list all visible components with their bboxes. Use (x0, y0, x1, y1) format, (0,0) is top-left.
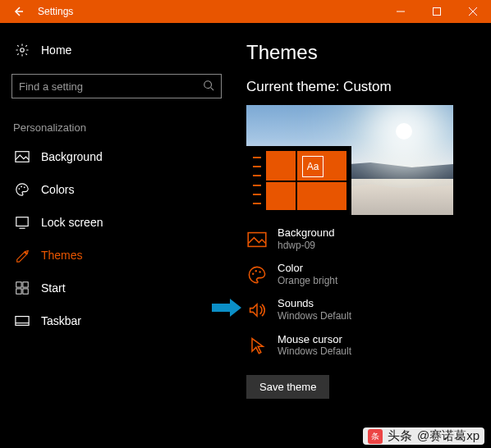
cursor-icon (246, 335, 268, 356)
sidebar-item-colors[interactable]: Colors (11, 173, 222, 206)
svg-point-10 (21, 186, 22, 188)
pointer-arrow-icon (212, 299, 241, 317)
sidebar-item-label: Start (41, 281, 66, 295)
sidebar-home[interactable]: Home (11, 36, 222, 64)
setting-title: Mouse cursor (278, 333, 351, 346)
svg-point-23 (259, 271, 260, 272)
picture-icon (15, 149, 30, 164)
setting-title: Color (278, 262, 337, 275)
back-button[interactable] (0, 0, 36, 23)
svg-rect-15 (23, 282, 28, 287)
sidebar-item-lockscreen[interactable]: Lock screen (11, 206, 222, 239)
palette-icon (246, 264, 268, 286)
svg-line-7 (211, 87, 214, 90)
sidebar-item-label: Themes (41, 249, 83, 262)
setting-title: Sounds (278, 297, 351, 310)
svg-point-5 (21, 48, 25, 53)
taskbar-icon (15, 313, 30, 328)
setting-value: Orange bright (278, 275, 337, 288)
theme-setting-background[interactable]: Background hdwp-09 (246, 226, 483, 252)
sidebar-home-label: Home (41, 43, 71, 57)
sidebar-item-label: Colors (41, 183, 74, 196)
svg-rect-16 (16, 289, 21, 294)
svg-rect-14 (16, 282, 21, 287)
sidebar-item-label: Taskbar (41, 314, 81, 327)
svg-rect-8 (16, 152, 29, 162)
current-theme-label: Current theme: Custom (246, 79, 483, 95)
save-theme-button[interactable]: Save theme (246, 375, 329, 399)
watermark-logo: 条 (368, 429, 383, 444)
search-icon (203, 80, 214, 94)
setting-value: Windows Default (278, 345, 351, 359)
sidebar-item-start[interactable]: Start (11, 272, 222, 304)
theme-setting-color[interactable]: Color Orange bright (246, 262, 483, 287)
window-title: Settings (38, 6, 383, 17)
svg-rect-2 (434, 8, 441, 16)
lockscreen-icon (15, 215, 30, 230)
minimize-button[interactable] (383, 0, 419, 23)
palette-icon (15, 182, 30, 197)
sound-icon (246, 299, 268, 321)
sidebar-item-background[interactable]: Background (11, 140, 222, 173)
watermark-author: @赛诺葛xp (417, 428, 480, 444)
svg-point-21 (252, 272, 254, 274)
svg-point-9 (19, 188, 21, 190)
search-input[interactable]: Find a setting (11, 74, 222, 98)
theme-preview[interactable]: Aa (246, 105, 453, 215)
sidebar-item-label: Lock screen (41, 216, 103, 229)
sidebar-item-label: Background (41, 150, 103, 163)
svg-rect-17 (23, 289, 28, 294)
titlebar: Settings (0, 0, 491, 23)
sidebar-category: Personalization (11, 121, 222, 134)
sidebar: Home Find a setting Personalization Back… (0, 23, 230, 448)
svg-point-6 (204, 80, 212, 88)
preview-sample-text: Aa (302, 156, 324, 177)
theme-setting-sounds[interactable]: Sounds Windows Default (246, 297, 483, 322)
watermark: 条 头条 @赛诺葛xp (363, 427, 484, 445)
gear-icon (15, 43, 30, 57)
picture-icon (246, 229, 268, 250)
setting-value: Windows Default (278, 310, 351, 323)
svg-rect-18 (16, 317, 29, 326)
setting-title: Background (278, 226, 334, 240)
setting-value: hdwp-09 (278, 240, 334, 253)
svg-rect-20 (248, 232, 266, 246)
page-title: Themes (246, 41, 483, 64)
sidebar-item-themes[interactable]: Themes (11, 239, 222, 272)
search-placeholder: Find a setting (19, 80, 203, 93)
theme-setting-cursor[interactable]: Mouse cursor Windows Default (246, 333, 483, 359)
watermark-brand: 头条 (388, 428, 412, 444)
maximize-button[interactable] (419, 0, 455, 23)
svg-rect-12 (16, 217, 28, 226)
svg-point-22 (255, 270, 257, 272)
main-panel: Themes Current theme: Custom Aa Backgrou… (230, 23, 491, 448)
svg-point-11 (24, 186, 25, 188)
start-icon (15, 281, 30, 295)
close-button[interactable] (455, 0, 491, 23)
sidebar-item-taskbar[interactable]: Taskbar (11, 304, 222, 337)
themes-icon (15, 248, 30, 263)
